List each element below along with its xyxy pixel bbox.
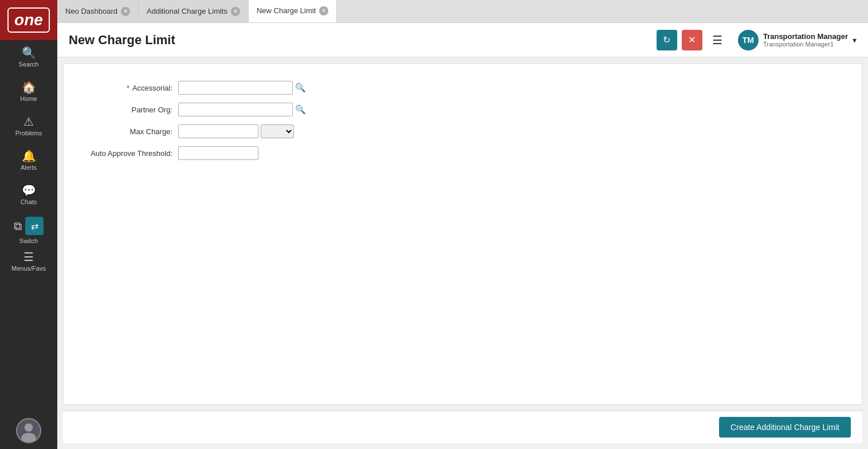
- sidebar-item-home[interactable]: 🏠 Home: [0, 75, 57, 109]
- accessorial-label-text: Accessorial:: [132, 84, 172, 92]
- sidebar-item-label: Chats: [21, 198, 37, 205]
- sidebar-item-label: Search: [19, 61, 39, 68]
- sidebar-item-search[interactable]: 🔍 Search: [0, 40, 57, 75]
- user-role: Transportation Manager: [763, 32, 848, 41]
- menu-icon: ☰: [23, 251, 34, 263]
- sidebar-item-menus[interactable]: ☰ Menus/Favs: [0, 244, 57, 279]
- tab-label: New Charge Limit: [257, 6, 316, 15]
- refresh-icon: ↻: [663, 34, 670, 45]
- search-icon: 🔍: [295, 104, 306, 115]
- close-button[interactable]: ✕: [682, 30, 702, 50]
- partner-org-row: Partner Org: 🔍: [75, 103, 850, 116]
- user-info: TM Transportation Manager Transportation…: [738, 30, 857, 50]
- tab-label: Neo Dashboard: [65, 7, 117, 15]
- create-button-label: Create Additional Charge Limit: [730, 423, 839, 432]
- user-initials-avatar: TM: [738, 30, 759, 50]
- tab-additional-charge-limits[interactable]: Additional Charge Limits ✕: [139, 0, 249, 22]
- auto-approve-row: Auto Approve Threshold:: [75, 146, 850, 160]
- accessorial-row: * Accessorial: 🔍: [75, 81, 850, 95]
- refresh-button[interactable]: ↻: [657, 30, 677, 50]
- page-footer: Create Additional Charge Limit: [63, 411, 862, 443]
- home-icon: 🏠: [22, 81, 36, 93]
- app-logo[interactable]: one: [0, 0, 57, 40]
- warning-icon: ⚠: [23, 116, 34, 127]
- sidebar-item-label: Alerts: [21, 164, 37, 171]
- sidebar-bottom: [0, 418, 57, 449]
- partner-org-label: Partner Org:: [75, 106, 178, 114]
- tab-close-additional-charge-limits[interactable]: ✕: [231, 7, 240, 16]
- header-actions: ↻ ✕ ☰ TM Transportation Manager Transpor…: [657, 30, 857, 50]
- user-name: Transportation Manager1: [763, 41, 848, 48]
- sidebar: one 🔍 Search 🏠 Home ⚠ Problems 🔔 Alerts …: [0, 0, 57, 449]
- max-charge-row: Max Charge: USD EUR GBP CAD: [75, 124, 850, 138]
- bell-icon: 🔔: [22, 150, 36, 162]
- max-charge-currency-select[interactable]: USD EUR GBP CAD: [261, 124, 294, 138]
- menu-button[interactable]: ☰: [707, 30, 728, 50]
- partner-org-input[interactable]: [178, 103, 293, 116]
- sidebar-item-alerts[interactable]: 🔔 Alerts: [0, 143, 57, 178]
- form-wrapper: * Accessorial: 🔍 Partner Org: 🔍 Max Char…: [57, 57, 868, 449]
- logo-text: one: [7, 7, 50, 33]
- switch-label: Switch: [19, 237, 38, 244]
- switch-icon-box: ⇄: [25, 217, 44, 235]
- user-dropdown-arrow[interactable]: ▾: [853, 36, 857, 45]
- sidebar-item-label: Menus/Favs: [11, 265, 46, 272]
- accessorial-input[interactable]: [178, 81, 293, 95]
- max-charge-label: Max Charge:: [75, 127, 178, 136]
- accessorial-label: * Accessorial:: [75, 84, 178, 92]
- tab-bar: Neo Dashboard ✕ Additional Charge Limits…: [57, 0, 868, 23]
- tab-close-new-charge-limit[interactable]: ✕: [319, 6, 328, 15]
- form-container: * Accessorial: 🔍 Partner Org: 🔍 Max Char…: [63, 63, 862, 405]
- auto-approve-label: Auto Approve Threshold:: [75, 149, 178, 158]
- search-icon: 🔍: [22, 47, 36, 58]
- close-icon: ✕: [688, 34, 696, 45]
- tab-close-neo-dashboard[interactable]: ✕: [121, 7, 130, 16]
- sidebar-item-label: Problems: [15, 130, 42, 136]
- accessorial-search-button[interactable]: 🔍: [295, 83, 306, 93]
- switch-arrows-icon: ⇄: [31, 221, 38, 232]
- required-marker: *: [127, 84, 129, 92]
- main-content: Neo Dashboard ✕ Additional Charge Limits…: [57, 0, 868, 449]
- chat-icon: 💬: [22, 185, 36, 196]
- page-header: New Charge Limit ↻ ✕ ☰ TM Transportation…: [57, 23, 868, 57]
- hamburger-icon: ☰: [712, 33, 722, 47]
- sidebar-item-switch[interactable]: ⧉ ⇄: [0, 212, 57, 240]
- max-charge-input[interactable]: [178, 124, 258, 138]
- svg-point-1: [25, 423, 33, 432]
- layers-icon: ⧉: [14, 220, 22, 233]
- sidebar-item-label: Home: [20, 95, 37, 102]
- page-title: New Charge Limit: [69, 33, 657, 48]
- tab-neo-dashboard[interactable]: Neo Dashboard ✕: [57, 0, 139, 22]
- user-text: Transportation Manager Transportation Ma…: [763, 32, 848, 48]
- search-icon: 🔍: [295, 83, 306, 93]
- sidebar-item-chats[interactable]: 💬 Chats: [0, 178, 57, 212]
- sidebar-item-problems[interactable]: ⚠ Problems: [0, 109, 57, 143]
- user-avatar[interactable]: [16, 418, 41, 443]
- tab-label: Additional Charge Limits: [147, 7, 227, 15]
- auto-approve-input[interactable]: [178, 146, 258, 160]
- tab-new-charge-limit[interactable]: New Charge Limit ✕: [249, 0, 337, 22]
- create-additional-charge-limit-button[interactable]: Create Additional Charge Limit: [719, 417, 851, 438]
- partner-org-search-button[interactable]: 🔍: [295, 104, 306, 115]
